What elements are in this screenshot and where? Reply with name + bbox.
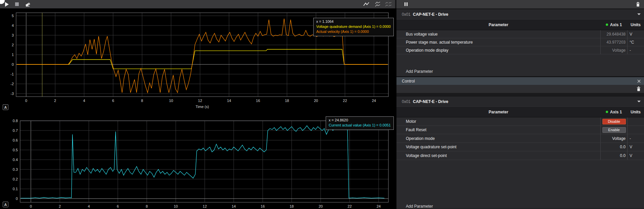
tooltip-line: Current actual value (Axis 1) = 0.0051	[329, 123, 391, 128]
svg-text:-2: -2	[10, 82, 14, 86]
close-icon[interactable]	[637, 80, 641, 83]
scope-toolbar	[0, 0, 395, 8]
chevron-down-icon[interactable]	[637, 13, 641, 15]
bottom-chart-tooltip: x = 24.8620Current actual value (Axis 1)…	[326, 116, 394, 130]
parameter-value[interactable]: Voltage	[600, 134, 627, 143]
svg-text:5: 5	[12, 14, 14, 18]
table-row[interactable]: Voltage quadrature set-point 0.0 V	[396, 143, 644, 151]
parameter-value: 29.648438	[600, 30, 627, 38]
svg-text:6: 6	[117, 204, 119, 208]
tooltip-line: x = 24.8620	[329, 118, 391, 123]
svg-text:16: 16	[256, 99, 260, 103]
parameter-units: V	[627, 30, 644, 38]
svg-text:0.2: 0.2	[13, 177, 18, 181]
stop-button[interactable]	[13, 1, 21, 8]
trash-icon	[636, 2, 640, 7]
control-section-bar[interactable]: Control	[396, 77, 644, 85]
single-plot-layout-button[interactable]	[362, 1, 370, 8]
control-section-title: Control	[402, 79, 415, 84]
dual-plot-layout-button[interactable]	[374, 1, 382, 8]
parameter-value[interactable]: 0.0	[600, 151, 627, 160]
fault-reset-enable-button[interactable]: Enable	[602, 127, 626, 133]
table-row[interactable]: Operation mode display Voltage -	[396, 46, 644, 54]
motor-disable-button[interactable]: Disable	[602, 119, 626, 124]
parameter-name: Operation mode display	[406, 46, 448, 54]
series-voltage-quadrature-demand-axis-1-	[17, 49, 388, 69]
svg-text:4: 4	[88, 204, 90, 208]
watch-table-header: Parameter Axis 1 Units	[396, 19, 644, 30]
quad-plot-layout-button[interactable]	[384, 1, 392, 8]
svg-text:8: 8	[141, 99, 143, 103]
column-units: Units	[627, 107, 644, 117]
table-row: Fault Reset Enable	[396, 126, 644, 134]
play-icon	[5, 2, 9, 7]
axis-status-dot	[606, 111, 608, 113]
parameter-name: Voltage quadrature set-point	[406, 143, 457, 151]
column-parameter: Parameter	[396, 19, 600, 30]
autoscale-button-bottom[interactable]: A	[3, 202, 8, 207]
single-plot-layout-icon	[363, 2, 369, 7]
column-axis: Axis 1	[600, 19, 627, 30]
series-current-actual-value-axis-1-	[21, 124, 384, 198]
chevron-down-icon[interactable]	[637, 101, 641, 102]
right-panel: 0x01 CAP-NET-E - Drive Parameter Axis 1 …	[396, 8, 644, 209]
svg-text:0: 0	[25, 99, 27, 103]
column-units: Units	[627, 19, 644, 30]
svg-text:0.4: 0.4	[13, 158, 18, 162]
parameter-units: V	[627, 151, 644, 160]
add-parameter-link[interactable]: Add Parameter	[406, 69, 433, 74]
parameter-name: Fault Reset	[406, 126, 426, 134]
trash-icon[interactable]	[637, 87, 641, 91]
svg-text:20: 20	[314, 99, 318, 103]
pause-button[interactable]	[402, 1, 410, 8]
table-row[interactable]: Operation mode Voltage -	[396, 134, 644, 143]
svg-text:1: 1	[12, 53, 14, 57]
column-axis: Axis 1	[600, 107, 627, 117]
svg-text:20: 20	[319, 204, 323, 208]
svg-text:Time (s): Time (s)	[196, 105, 209, 109]
parameter-value[interactable]: 0.0	[600, 143, 627, 151]
parameter-name: Operation mode	[406, 134, 435, 143]
tooltip-line: x = 1.1064	[316, 19, 391, 24]
control-subtoolbar	[396, 85, 644, 93]
top-chart-tooltip: x = 1.1064Voltage quadrature demand (Axi…	[313, 18, 394, 36]
panel-trash-button[interactable]	[634, 1, 642, 8]
svg-text:4: 4	[83, 99, 85, 103]
parameter-name: Power stage max. actual temperature	[406, 38, 473, 46]
autoscale-button-top[interactable]: A	[3, 104, 8, 110]
svg-text:22: 22	[343, 99, 347, 103]
svg-text:0.5: 0.5	[13, 148, 18, 152]
control-table-header: Parameter Axis 1 Units	[396, 107, 644, 117]
svg-text:2: 2	[12, 43, 14, 47]
svg-text:16: 16	[261, 204, 265, 208]
pause-icon	[405, 2, 408, 6]
parameter-name: Voltage direct set-point	[406, 151, 447, 160]
parameter-units	[627, 126, 644, 134]
stop-icon	[15, 2, 19, 6]
svg-text:2: 2	[59, 204, 61, 208]
parameter-units: °C	[627, 38, 644, 46]
svg-text:14: 14	[227, 99, 231, 103]
parameter-units: V	[627, 143, 644, 151]
svg-text:18: 18	[289, 204, 293, 208]
table-row[interactable]: Bus voltage value 29.648438 V	[396, 30, 644, 38]
parameter-value: Voltage	[600, 46, 627, 54]
bottom-chart-canvas[interactable]: 02468101214161820222400.10.20.30.40.50.6…	[0, 117, 395, 209]
device-address: 0x01	[402, 99, 411, 104]
clear-button[interactable]	[23, 1, 32, 8]
panel-toolbar	[396, 0, 644, 8]
svg-text:24: 24	[372, 99, 376, 103]
scope-area: 024681012141618202224-3-2-1012345Time (s…	[0, 8, 395, 209]
svg-text:22: 22	[347, 204, 352, 208]
table-row[interactable]: Voltage direct set-point 0.0 V	[396, 151, 644, 160]
svg-text:10: 10	[169, 99, 173, 103]
parameter-name: Motor	[406, 117, 416, 125]
add-parameter-link[interactable]: Add Parameter	[406, 204, 433, 209]
svg-text:-1: -1	[10, 72, 14, 76]
parameter-value: 43.977203	[600, 38, 627, 46]
svg-text:3: 3	[12, 33, 14, 37]
control-device-header[interactable]: 0x01 CAP-NET-E - Drive	[396, 97, 644, 107]
table-row[interactable]: Power stage max. actual temperature 43.9…	[396, 38, 644, 46]
parameter-units: -	[627, 46, 644, 54]
watch-device-header[interactable]: 0x01 CAP-NET-E - Drive	[396, 9, 644, 19]
